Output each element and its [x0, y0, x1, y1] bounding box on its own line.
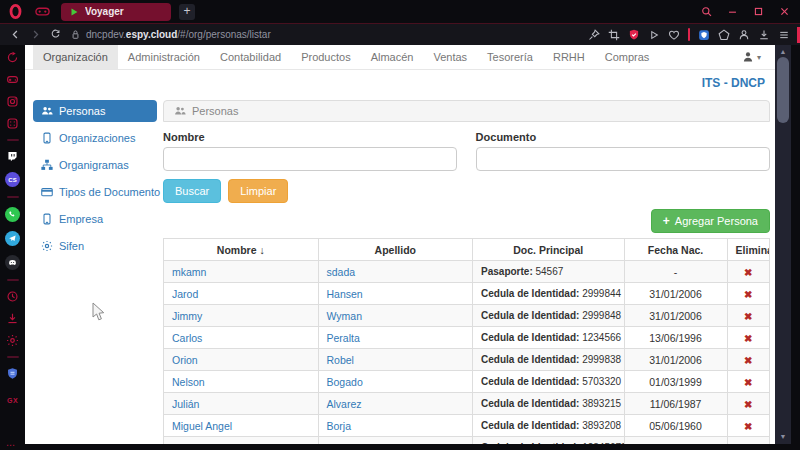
agregar-persona-button[interactable]: +Agregar Persona	[651, 209, 770, 233]
page-scrollbar[interactable]: ▲ ▼	[775, 45, 791, 444]
person-nombre-link[interactable]: Orion	[172, 354, 198, 366]
rail-divider	[7, 356, 19, 358]
rail-downloads-icon[interactable]	[6, 312, 19, 325]
twitch-icon[interactable]	[6, 150, 19, 163]
profile-icon[interactable]	[738, 29, 750, 41]
person-nombre-link[interactable]: Nelson	[172, 376, 205, 388]
nav-item-organizacio-n[interactable]: Organización	[33, 45, 118, 69]
my-flow-icon[interactable]	[648, 29, 660, 41]
delete-person-button[interactable]: ✖	[744, 267, 752, 278]
delete-person-button[interactable]: ✖	[744, 399, 752, 410]
nav-item-productos[interactable]: Productos	[291, 45, 361, 69]
app-navbar: OrganizaciónAdministraciónContabilidadPr…	[25, 45, 775, 70]
gx-corner-toggle-icon[interactable]	[35, 4, 50, 19]
downloads-icon[interactable]	[758, 29, 770, 41]
documento-input[interactable]	[476, 147, 770, 171]
delete-person-button[interactable]: ✖	[744, 355, 752, 366]
adblock-shield-icon[interactable]	[628, 29, 640, 41]
nav-item-contabilidad[interactable]: Contabilidad	[210, 45, 291, 69]
history-icon[interactable]	[6, 290, 19, 303]
sidebar-item-organigramas[interactable]: Organigramas	[33, 154, 157, 176]
scrollbar-thumb[interactable]	[777, 57, 789, 123]
discord-icon[interactable]	[5, 255, 20, 270]
snapshot-icon[interactable]	[608, 29, 620, 41]
nav-item-tesoreri-a[interactable]: Tesorería	[477, 45, 543, 69]
delete-person-button[interactable]: ✖	[744, 333, 752, 344]
column-header-eliminar[interactable]: Eliminar	[727, 239, 769, 261]
sidebar-item-organizaciones[interactable]: Organizaciones	[33, 127, 157, 149]
maximize-button[interactable]	[753, 6, 764, 17]
minimize-button[interactable]	[727, 6, 738, 17]
person-apellido-link[interactable]: Borja	[327, 420, 352, 432]
close-button[interactable]	[779, 6, 790, 17]
opera-logo-icon[interactable]	[8, 3, 23, 20]
whatsapp-icon[interactable]	[5, 207, 20, 222]
telegram-icon[interactable]	[5, 231, 20, 246]
scroll-down-arrow[interactable]: ▼	[775, 432, 791, 442]
nav-item-rrhh[interactable]: RRHH	[543, 45, 595, 69]
forward-button[interactable]	[30, 29, 41, 40]
column-header-nombre[interactable]: Nombre ↓	[164, 239, 319, 261]
url-text[interactable]: dncpdev.espy.cloud/#/org/personas/listar	[86, 29, 271, 40]
bookmark-heart-icon[interactable]	[668, 29, 680, 41]
table-header-row: Nombre ↓ApellidoDoc. PrincipalFecha Nac.…	[164, 239, 770, 261]
delete-person-button[interactable]: ✖	[744, 421, 752, 432]
column-header-apellido[interactable]: Apellido	[318, 239, 473, 261]
limpiar-button[interactable]: Limpiar	[228, 179, 288, 203]
nav-item-almace-n[interactable]: Almacén	[361, 45, 424, 69]
nav-item-compras[interactable]: Compras	[595, 45, 660, 69]
nav-item-ventas[interactable]: Ventas	[423, 45, 477, 69]
extension-shield-icon[interactable]	[698, 29, 710, 41]
person-nombre-link[interactable]: Miguel Angel	[172, 420, 232, 432]
person-apellido-link[interactable]: Wyman	[327, 310, 363, 322]
user-menu[interactable]: ▾	[742, 45, 775, 69]
cs-workspace-icon[interactable]: CS	[5, 172, 20, 187]
sidebar-item-sifen[interactable]: Sifen	[33, 235, 157, 257]
grid-app-icon[interactable]	[6, 117, 19, 130]
new-tab-button[interactable]: +	[179, 4, 195, 20]
person-apellido-link[interactable]: Hansen	[327, 288, 363, 300]
buscar-button[interactable]: Buscar	[163, 179, 221, 203]
sidebar-item-empresa[interactable]: Empresa	[33, 208, 157, 230]
browser-search-icon[interactable]	[701, 6, 712, 17]
menu-icon[interactable]	[778, 29, 790, 41]
nombre-cell: Jarod	[164, 283, 319, 305]
nav-item-administracio-n[interactable]: Administración	[118, 45, 210, 69]
rail-overflow-icon[interactable]: ⋯	[6, 441, 15, 450]
person-nombre-link[interactable]: Carlos	[172, 332, 202, 344]
delete-person-button[interactable]: ✖	[744, 377, 752, 388]
extension-pentagon-icon[interactable]	[718, 29, 730, 41]
doc-principal-cell: Cedula de Identidad: 3893208	[473, 415, 625, 437]
gx-corner-icon[interactable]	[6, 51, 19, 64]
person-apellido-link[interactable]: Bogado	[327, 376, 363, 388]
person-nombre-link[interactable]: Jarod	[172, 288, 198, 300]
person-nombre-link[interactable]: Jimmy	[172, 310, 202, 322]
settings-gear-icon[interactable]	[6, 334, 19, 347]
scroll-up-arrow[interactable]: ▲	[775, 47, 791, 57]
nombre-cell: Viviano	[164, 437, 319, 445]
person-apellido-link[interactable]: Peralta	[327, 332, 360, 344]
pin-tab-icon[interactable]	[588, 29, 600, 41]
person-nombre-link[interactable]: mkamn	[172, 266, 206, 278]
ublock-shield-icon[interactable]	[6, 367, 19, 380]
person-apellido-link[interactable]: sdada	[327, 266, 356, 278]
person-apellido-link[interactable]: Alvarez	[327, 398, 362, 410]
nombre-input[interactable]	[163, 147, 457, 171]
reload-button[interactable]	[50, 29, 61, 40]
delete-person-button[interactable]: ✖	[744, 311, 752, 322]
person-apellido-link[interactable]: Robel	[327, 354, 354, 366]
column-header-fecha-nac[interactable]: Fecha Nac.	[624, 239, 727, 261]
gamepad-icon[interactable]	[6, 73, 19, 86]
plus-icon: +	[663, 214, 670, 228]
back-button[interactable]	[10, 29, 21, 40]
personas-table: Nombre ↓ApellidoDoc. PrincipalFecha Nac.…	[163, 238, 770, 444]
lock-icon[interactable]	[70, 29, 81, 40]
delete-person-button[interactable]: ✖	[744, 289, 752, 300]
browser-tab[interactable]: Voyager	[61, 3, 171, 21]
person-nombre-link[interactable]: Julián	[172, 398, 199, 410]
sidebar-item-personas[interactable]: Personas	[33, 100, 157, 122]
apellido-cell: Robel	[318, 349, 473, 371]
sidebar-item-tipos-de-documento[interactable]: Tipos de Documento	[33, 181, 157, 203]
column-header-doc-principal[interactable]: Doc. Principal	[473, 239, 625, 261]
instagram-icon[interactable]	[6, 95, 19, 108]
